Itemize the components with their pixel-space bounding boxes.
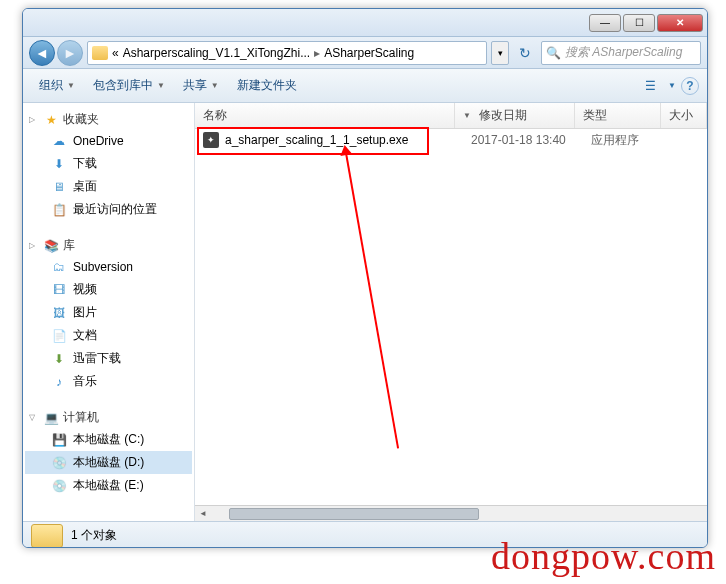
sidebar-item-pictures[interactable]: 🖼图片 xyxy=(25,301,192,324)
sidebar-item-recent[interactable]: 📋最近访问的位置 xyxy=(25,198,192,221)
sidebar-item-desktop[interactable]: 🖥桌面 xyxy=(25,175,192,198)
document-icon: 📄 xyxy=(51,328,67,344)
include-library-button[interactable]: 包含到库中▼ xyxy=(85,73,173,98)
folder-icon xyxy=(92,46,108,60)
expand-icon: ▽ xyxy=(29,413,39,422)
minimize-button[interactable]: — xyxy=(589,14,621,32)
library-icon: 📚 xyxy=(43,238,59,254)
file-type: 应用程序 xyxy=(583,132,669,149)
view-dropdown[interactable]: ▼ xyxy=(665,75,679,97)
share-button[interactable]: 共享▼ xyxy=(175,73,227,98)
sidebar-item-drive-e[interactable]: 💿本地磁盘 (E:) xyxy=(25,474,192,497)
breadcrumb-separator: ▸ xyxy=(314,46,320,60)
sidebar-computer[interactable]: ▽ 💻 计算机 xyxy=(25,407,192,428)
sidebar-favorites[interactable]: ▷ ★ 收藏夹 xyxy=(25,109,192,130)
sidebar-item-music[interactable]: ♪音乐 xyxy=(25,370,192,393)
svn-icon: 🗂 xyxy=(51,259,67,275)
music-icon: ♪ xyxy=(51,374,67,390)
refresh-button[interactable]: ↻ xyxy=(513,41,537,65)
chevron-down-icon: ▼ xyxy=(67,81,75,90)
explorer-window: — ☐ ✕ ◄ ► « Asharperscaling_V1.1_XiTongZ… xyxy=(22,8,708,548)
file-date: 2017-01-18 13:40 xyxy=(463,133,583,147)
exe-icon: ✦ xyxy=(203,132,219,148)
file-row[interactable]: ✦ a_sharper_scaling_1_1_setup.exe 2017-0… xyxy=(195,129,707,151)
search-placeholder: 搜索 ASharperScaling xyxy=(565,44,682,61)
chevron-down-icon: ▼ xyxy=(157,81,165,90)
desktop-icon: 🖥 xyxy=(51,179,67,195)
download-icon: ⬇ xyxy=(51,156,67,172)
sidebar-item-onedrive[interactable]: ☁OneDrive xyxy=(25,130,192,152)
sidebar-item-drive-c[interactable]: 💾本地磁盘 (C:) xyxy=(25,428,192,451)
computer-icon: 💻 xyxy=(43,410,59,426)
address-bar: ◄ ► « Asharperscaling_V1.1_XiTongZhi... … xyxy=(23,37,707,69)
breadcrumb-segment-2[interactable]: ASharperScaling xyxy=(324,46,414,60)
breadcrumb[interactable]: « Asharperscaling_V1.1_XiTongZhi... ▸ AS… xyxy=(87,41,487,65)
breadcrumb-dropdown[interactable]: ▾ xyxy=(491,41,509,65)
sidebar-item-subversion[interactable]: 🗂Subversion xyxy=(25,256,192,278)
scrollbar-thumb[interactable] xyxy=(229,508,479,520)
forward-button[interactable]: ► xyxy=(57,40,83,66)
breadcrumb-overflow: « xyxy=(112,46,119,60)
video-icon: 🎞 xyxy=(51,282,67,298)
column-size[interactable]: 大小 xyxy=(661,103,707,128)
annotation-arrow xyxy=(345,153,399,449)
toolbar: 组织▼ 包含到库中▼ 共享▼ 新建文件夹 ☰ ▼ ? xyxy=(23,69,707,103)
titlebar: — ☐ ✕ xyxy=(23,9,707,37)
sidebar-item-xunlei[interactable]: ⬇迅雷下载 xyxy=(25,347,192,370)
column-date[interactable]: ▼修改日期 xyxy=(455,103,575,128)
drive-icon: 💿 xyxy=(51,455,67,471)
maximize-button[interactable]: ☐ xyxy=(623,14,655,32)
back-button[interactable]: ◄ xyxy=(29,40,55,66)
status-bar: 1 个对象 xyxy=(23,521,707,548)
sidebar-item-drive-d[interactable]: 💿本地磁盘 (D:) xyxy=(25,451,192,474)
help-button[interactable]: ? xyxy=(681,77,699,95)
close-button[interactable]: ✕ xyxy=(657,14,703,32)
status-text: 1 个对象 xyxy=(71,527,117,544)
scroll-left-icon[interactable]: ◄ xyxy=(195,507,211,521)
search-input[interactable]: 🔍 搜索 ASharperScaling xyxy=(541,41,701,65)
star-icon: ★ xyxy=(43,112,59,128)
column-type[interactable]: 类型 xyxy=(575,103,661,128)
sidebar-item-downloads[interactable]: ⬇下载 xyxy=(25,152,192,175)
sidebar: ▷ ★ 收藏夹 ☁OneDrive ⬇下载 🖥桌面 📋最近访问的位置 ▷ 📚 库… xyxy=(23,103,195,521)
body: ▷ ★ 收藏夹 ☁OneDrive ⬇下载 🖥桌面 📋最近访问的位置 ▷ 📚 库… xyxy=(23,103,707,521)
sidebar-item-documents[interactable]: 📄文档 xyxy=(25,324,192,347)
sort-icon: ▼ xyxy=(463,111,471,120)
picture-icon: 🖼 xyxy=(51,305,67,321)
view-button[interactable]: ☰ xyxy=(637,75,663,97)
column-headers: 名称 ▼修改日期 类型 大小 xyxy=(195,103,707,129)
cloud-icon: ☁ xyxy=(51,133,67,149)
xunlei-icon: ⬇ xyxy=(51,351,67,367)
recent-icon: 📋 xyxy=(51,202,67,218)
expand-icon: ▷ xyxy=(29,115,39,124)
horizontal-scrollbar[interactable]: ◄ xyxy=(195,505,707,521)
expand-icon: ▷ xyxy=(29,241,39,250)
sidebar-item-videos[interactable]: 🎞视频 xyxy=(25,278,192,301)
search-icon: 🔍 xyxy=(546,46,561,60)
file-list: 名称 ▼修改日期 类型 大小 ✦ a_sharper_scaling_1_1_s… xyxy=(195,103,707,521)
new-folder-button[interactable]: 新建文件夹 xyxy=(229,73,305,98)
breadcrumb-segment-1[interactable]: Asharperscaling_V1.1_XiTongZhi... xyxy=(123,46,310,60)
drive-icon: 💿 xyxy=(51,478,67,494)
folder-icon xyxy=(31,524,63,548)
column-name[interactable]: 名称 xyxy=(195,103,455,128)
chevron-down-icon: ▼ xyxy=(211,81,219,90)
sidebar-libraries[interactable]: ▷ 📚 库 xyxy=(25,235,192,256)
file-name: a_sharper_scaling_1_1_setup.exe xyxy=(225,133,463,147)
organize-button[interactable]: 组织▼ xyxy=(31,73,83,98)
drive-icon: 💾 xyxy=(51,432,67,448)
